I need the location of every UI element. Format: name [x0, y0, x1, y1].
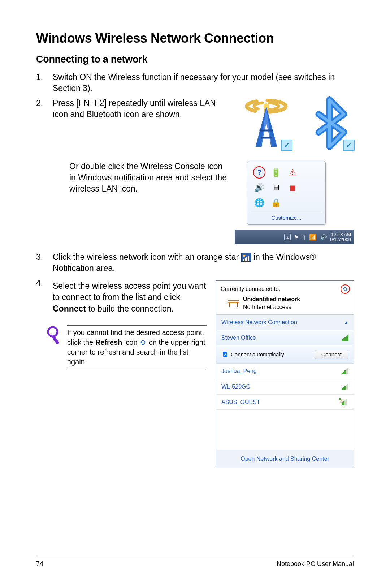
globe-icon: 🌐: [253, 197, 265, 209]
step-number: 4.: [36, 278, 53, 468]
svg-rect-11: [228, 302, 239, 303]
app-icon: ◼: [286, 181, 299, 194]
lock-icon: 🔒: [270, 197, 282, 209]
step-alt-text: Or double click the Wireless Console ico…: [69, 161, 228, 244]
signal-icon: [342, 335, 348, 341]
wifi-network-item[interactable]: Joshua_Peng: [216, 364, 354, 379]
refresh-icon: [139, 339, 147, 346]
wlan-bluetooth-figure: ✓ ✓: [238, 96, 354, 156]
monitor-icon: 🖥: [270, 181, 282, 194]
signal-icon: [342, 383, 348, 390]
speaker-icon: 🔊: [320, 233, 327, 241]
tray-popup: ? 🔋 ⚠ 🔊 🖥 ◼ 🌐 🔒 Customize...: [247, 161, 326, 225]
wireless-console-icon: ?: [253, 166, 265, 179]
show-hidden-icons[interactable]: ▲: [284, 234, 291, 240]
wifi-network-name: WL-520GC: [221, 383, 250, 391]
power-icon: 🔋: [270, 166, 282, 179]
taskbar-time: 12:13 AM: [330, 232, 351, 237]
wifi-network-name: Steven Office: [221, 334, 256, 342]
step-text: Switch ON the Wireless function if neces…: [53, 72, 354, 94]
step-text: Press [FN+F2] repeatedly until wireless …: [53, 98, 231, 120]
page-number: 74: [36, 560, 43, 568]
taskbar: ▲ ⚑ ▯ 📶 🔊 12:13 AM 9/17/2009: [235, 230, 354, 244]
notification-tray-figure: ? 🔋 ⚠ 🔊 🖥 ◼ 🌐 🔒 Customize...: [235, 161, 354, 244]
signal-icon: [342, 368, 348, 374]
section-title: Connecting to a network: [36, 54, 354, 65]
taskbar-clock: 12:13 AM 9/17/2009: [330, 232, 351, 243]
flag-icon: ⚑: [294, 233, 299, 241]
battery-icon: ▯: [302, 233, 306, 241]
chevron-up-icon: ▲: [344, 319, 348, 325]
open-network-center-link[interactable]: Open Network and Sharing Center: [216, 450, 354, 468]
wifi-network-name: ASUS_GUEST: [221, 398, 260, 406]
customize-link[interactable]: Customize...: [251, 213, 322, 222]
wifi-network-item[interactable]: ASUS_GUEST ⚠: [216, 395, 354, 410]
svg-point-7: [48, 327, 57, 336]
wifi-network-item[interactable]: WL-520GC: [216, 379, 354, 395]
svg-rect-13: [229, 303, 230, 307]
note-text: If you cannot find the desired access po…: [67, 325, 207, 369]
page-title: Windows Wireless Network Connection: [36, 31, 354, 46]
connect-auto-checkbox[interactable]: Connect automatically: [221, 351, 284, 358]
wifi-flyout: Currently connected to: Unidentified net: [216, 280, 354, 468]
network-status: No Internet access: [243, 303, 300, 311]
wifi-section-header[interactable]: Wireless Network Connection ▲: [216, 315, 354, 330]
taskbar-icons: ⚑ ▯ 📶 🔊: [294, 233, 327, 241]
taskbar-date: 9/17/2009: [330, 237, 351, 242]
network-icon: 📶: [309, 233, 316, 241]
svg-rect-12: [228, 300, 239, 301]
step-number: 3.: [36, 252, 53, 274]
page-footer: 74 Notebook PC User Manual: [36, 557, 354, 568]
step-2: 2. Press [FN+F2] repeatedly until wirele…: [36, 98, 354, 244]
checkbox[interactable]: [223, 352, 228, 357]
volume-icon: 🔊: [253, 181, 265, 194]
svg-rect-14: [237, 303, 238, 307]
step-3: 3. Click the wireless network icon with …: [36, 252, 354, 274]
wifi-network-name: Joshua_Peng: [221, 367, 257, 375]
note-block: If you cannot find the desired access po…: [46, 325, 207, 369]
check-icon: ✓: [343, 140, 355, 151]
svg-rect-8: [52, 335, 59, 345]
network-star-icon: ★: [241, 253, 251, 262]
step-text: Select the wireless access point you wan…: [53, 280, 207, 314]
network-name: Unidentified network: [243, 295, 300, 303]
book-title: Notebook PC User Manual: [277, 560, 354, 568]
security-icon: ⚠: [286, 166, 299, 179]
connect-button[interactable]: Connect: [315, 350, 348, 359]
check-icon: ✓: [281, 140, 292, 151]
step-1: 1. Switch ON the Wireless function if ne…: [36, 72, 354, 94]
step-number: 1.: [36, 72, 53, 94]
wifi-network-item[interactable]: Steven Office: [216, 330, 354, 346]
step-text: Click the wireless network icon with an …: [53, 252, 354, 274]
step-4: 4. Select the wireless access point you …: [36, 278, 354, 468]
connected-label: Currently connected to:: [221, 285, 349, 293]
step-number: 2.: [36, 98, 53, 244]
wifi-connect-row: Connect automatically Connect: [216, 345, 354, 364]
warning-icon: ⚠: [339, 398, 341, 400]
signal-icon: ⚠: [340, 399, 348, 405]
magnifier-icon: [46, 325, 62, 369]
bench-icon: [227, 299, 239, 308]
